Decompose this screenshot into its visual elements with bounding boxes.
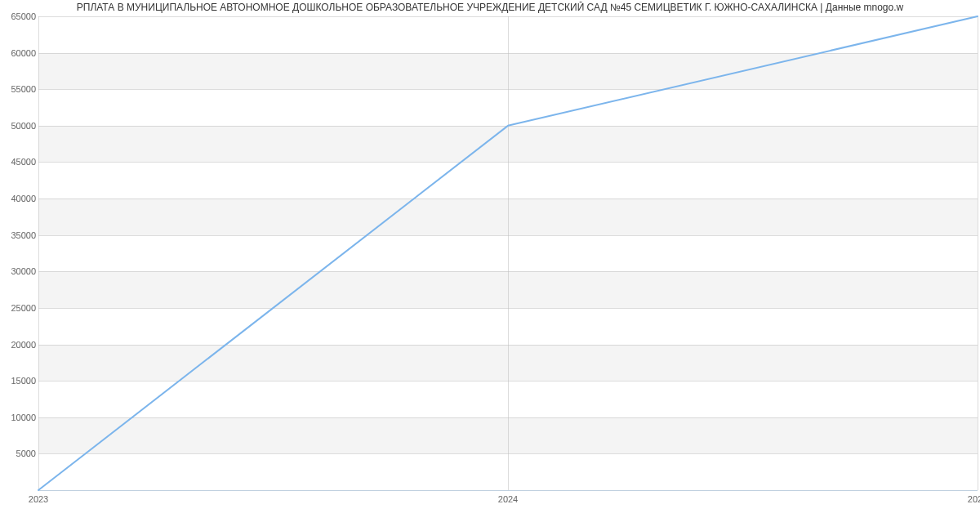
y-tick-label: 65000 [3,11,36,21]
y-tick-label: 40000 [3,194,36,203]
y-tick-label: 50000 [3,121,36,131]
y-tick-label: 30000 [3,266,36,276]
x-axis-line [38,490,978,491]
chart-title: РПЛАТА В МУНИЦИПАЛЬНОЕ АВТОНОМНОЕ ДОШКОЛ… [0,2,980,13]
y-tick-label: 5000 [3,448,36,458]
data-line [38,16,978,490]
y-tick-label: 55000 [3,84,36,94]
x-tick-label: 2023 [29,494,48,504]
x-tick-label: 2025 [968,494,980,504]
y-tick-label: 10000 [3,413,36,422]
x-tick-label: 2024 [498,494,518,504]
y-tick-label: 25000 [3,303,36,313]
y-tick-label: 35000 [3,230,36,240]
salary-line-chart: РПЛАТА В МУНИЦИПАЛЬНОЕ АВТОНОМНОЕ ДОШКОЛ… [0,0,980,531]
y-tick-label: 45000 [3,157,36,167]
y-tick-label: 20000 [3,340,36,350]
y-tick-label: 15000 [3,376,36,386]
y-tick-label: 60000 [3,48,36,58]
